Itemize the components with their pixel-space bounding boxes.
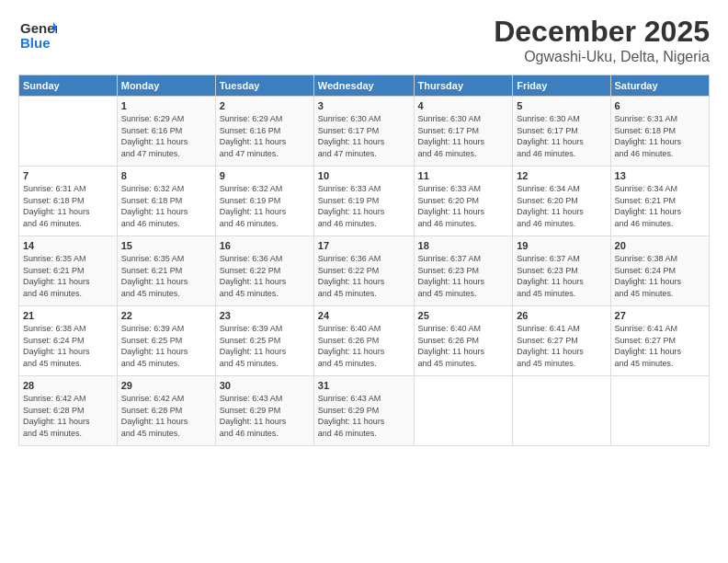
calendar-cell [610,376,709,446]
calendar-week-row: 21Sunrise: 6:38 AM Sunset: 6:24 PM Dayli… [19,306,710,376]
day-info: Sunrise: 6:38 AM Sunset: 6:24 PM Dayligh… [615,253,705,299]
day-info: Sunrise: 6:43 AM Sunset: 6:29 PM Dayligh… [220,393,310,439]
calendar-cell: 5Sunrise: 6:30 AM Sunset: 6:17 PM Daylig… [513,97,610,167]
calendar-day-header: Sunday [19,75,118,97]
calendar-cell: 30Sunrise: 6:43 AM Sunset: 6:29 PM Dayli… [215,376,313,446]
day-info: Sunrise: 6:31 AM Sunset: 6:18 PM Dayligh… [615,113,705,159]
day-number: 8 [121,170,211,181]
day-number: 3 [318,100,410,111]
day-info: Sunrise: 6:30 AM Sunset: 6:17 PM Dayligh… [517,113,606,159]
day-info: Sunrise: 6:36 AM Sunset: 6:22 PM Dayligh… [318,253,410,299]
day-info: Sunrise: 6:29 AM Sunset: 6:16 PM Dayligh… [121,113,211,159]
day-info: Sunrise: 6:34 AM Sunset: 6:20 PM Dayligh… [517,183,606,229]
page-subtitle: Ogwashi-Uku, Delta, Nigeria [494,49,710,65]
day-info: Sunrise: 6:36 AM Sunset: 6:22 PM Dayligh… [220,253,310,299]
calendar-cell: 21Sunrise: 6:38 AM Sunset: 6:24 PM Dayli… [19,306,118,376]
title-block: December 2025 Ogwashi-Uku, Delta, Nigeri… [494,15,710,65]
calendar-cell: 17Sunrise: 6:36 AM Sunset: 6:22 PM Dayli… [313,236,414,306]
day-number: 13 [615,170,705,181]
day-number: 26 [517,310,606,321]
calendar-week-row: 28Sunrise: 6:42 AM Sunset: 6:28 PM Dayli… [19,376,710,446]
day-info: Sunrise: 6:39 AM Sunset: 6:25 PM Dayligh… [220,323,310,369]
day-info: Sunrise: 6:29 AM Sunset: 6:16 PM Dayligh… [220,113,310,159]
day-number: 14 [23,240,113,251]
calendar-cell: 12Sunrise: 6:34 AM Sunset: 6:20 PM Dayli… [513,167,610,236]
calendar-cell: 2Sunrise: 6:29 AM Sunset: 6:16 PM Daylig… [215,97,313,167]
calendar-cell: 6Sunrise: 6:31 AM Sunset: 6:18 PM Daylig… [610,97,709,167]
day-number: 30 [220,380,310,391]
day-number: 24 [318,310,410,321]
calendar-cell: 13Sunrise: 6:34 AM Sunset: 6:21 PM Dayli… [610,167,709,236]
day-info: Sunrise: 6:31 AM Sunset: 6:18 PM Dayligh… [23,183,113,229]
calendar-cell: 3Sunrise: 6:30 AM Sunset: 6:17 PM Daylig… [313,97,414,167]
day-number: 1 [121,100,211,111]
calendar-day-header: Tuesday [215,75,313,97]
day-number: 6 [615,100,705,111]
day-number: 16 [220,240,310,251]
calendar-cell: 22Sunrise: 6:39 AM Sunset: 6:25 PM Dayli… [117,306,215,376]
day-number: 27 [615,310,705,321]
calendar-week-row: 14Sunrise: 6:35 AM Sunset: 6:21 PM Dayli… [19,236,710,306]
calendar-cell: 15Sunrise: 6:35 AM Sunset: 6:21 PM Dayli… [117,236,215,306]
day-number: 29 [121,380,211,391]
svg-text:Blue: Blue [20,35,51,51]
calendar-cell: 11Sunrise: 6:33 AM Sunset: 6:20 PM Dayli… [414,167,513,236]
day-info: Sunrise: 6:41 AM Sunset: 6:27 PM Dayligh… [517,323,606,369]
day-number: 25 [418,310,509,321]
day-number: 5 [517,100,606,111]
calendar-table: SundayMondayTuesdayWednesdayThursdayFrid… [18,75,710,446]
day-number: 31 [318,380,410,391]
header: General Blue December 2025 Ogwashi-Uku, … [18,15,710,65]
day-number: 11 [418,170,509,181]
calendar-day-header: Thursday [414,75,513,97]
day-info: Sunrise: 6:30 AM Sunset: 6:17 PM Dayligh… [318,113,410,159]
calendar-cell: 29Sunrise: 6:42 AM Sunset: 6:28 PM Dayli… [117,376,215,446]
calendar-cell: 1Sunrise: 6:29 AM Sunset: 6:16 PM Daylig… [117,97,215,167]
calendar-cell: 27Sunrise: 6:41 AM Sunset: 6:27 PM Dayli… [610,306,709,376]
calendar-cell: 24Sunrise: 6:40 AM Sunset: 6:26 PM Dayli… [313,306,414,376]
calendar-cell: 4Sunrise: 6:30 AM Sunset: 6:17 PM Daylig… [414,97,513,167]
day-info: Sunrise: 6:35 AM Sunset: 6:21 PM Dayligh… [23,253,113,299]
calendar-cell: 10Sunrise: 6:33 AM Sunset: 6:19 PM Dayli… [313,167,414,236]
day-number: 18 [418,240,509,251]
day-info: Sunrise: 6:35 AM Sunset: 6:21 PM Dayligh… [121,253,211,299]
calendar-body: 1Sunrise: 6:29 AM Sunset: 6:16 PM Daylig… [19,97,710,446]
calendar-header-row: SundayMondayTuesdayWednesdayThursdayFrid… [19,75,710,97]
calendar-cell [414,376,513,446]
day-number: 21 [23,310,113,321]
day-number: 10 [318,170,410,181]
day-number: 20 [615,240,705,251]
svg-text:General: General [20,20,57,36]
calendar-day-header: Wednesday [313,75,414,97]
day-info: Sunrise: 6:33 AM Sunset: 6:19 PM Dayligh… [318,183,410,229]
day-info: Sunrise: 6:43 AM Sunset: 6:29 PM Dayligh… [318,393,410,439]
day-info: Sunrise: 6:42 AM Sunset: 6:28 PM Dayligh… [23,393,113,439]
day-info: Sunrise: 6:34 AM Sunset: 6:21 PM Dayligh… [615,183,705,229]
calendar-cell: 28Sunrise: 6:42 AM Sunset: 6:28 PM Dayli… [19,376,118,446]
day-info: Sunrise: 6:32 AM Sunset: 6:19 PM Dayligh… [220,183,310,229]
day-info: Sunrise: 6:37 AM Sunset: 6:23 PM Dayligh… [418,253,509,299]
day-number: 19 [517,240,606,251]
day-info: Sunrise: 6:39 AM Sunset: 6:25 PM Dayligh… [121,323,211,369]
day-info: Sunrise: 6:32 AM Sunset: 6:18 PM Dayligh… [121,183,211,229]
day-info: Sunrise: 6:41 AM Sunset: 6:27 PM Dayligh… [615,323,705,369]
page-title: December 2025 [494,15,710,49]
day-info: Sunrise: 6:38 AM Sunset: 6:24 PM Dayligh… [23,323,113,369]
day-number: 28 [23,380,113,391]
day-number: 23 [220,310,310,321]
day-number: 9 [220,170,310,181]
day-info: Sunrise: 6:40 AM Sunset: 6:26 PM Dayligh… [318,323,410,369]
calendar-cell: 20Sunrise: 6:38 AM Sunset: 6:24 PM Dayli… [610,236,709,306]
calendar-cell [513,376,610,446]
day-number: 4 [418,100,509,111]
logo-icon: General Blue [18,15,57,53]
day-info: Sunrise: 6:33 AM Sunset: 6:20 PM Dayligh… [418,183,509,229]
day-info: Sunrise: 6:37 AM Sunset: 6:23 PM Dayligh… [517,253,606,299]
day-number: 12 [517,170,606,181]
day-info: Sunrise: 6:42 AM Sunset: 6:28 PM Dayligh… [121,393,211,439]
calendar-cell: 8Sunrise: 6:32 AM Sunset: 6:18 PM Daylig… [117,167,215,236]
calendar-cell: 16Sunrise: 6:36 AM Sunset: 6:22 PM Dayli… [215,236,313,306]
calendar-day-header: Friday [513,75,610,97]
calendar-cell: 19Sunrise: 6:37 AM Sunset: 6:23 PM Dayli… [513,236,610,306]
calendar-cell: 18Sunrise: 6:37 AM Sunset: 6:23 PM Dayli… [414,236,513,306]
